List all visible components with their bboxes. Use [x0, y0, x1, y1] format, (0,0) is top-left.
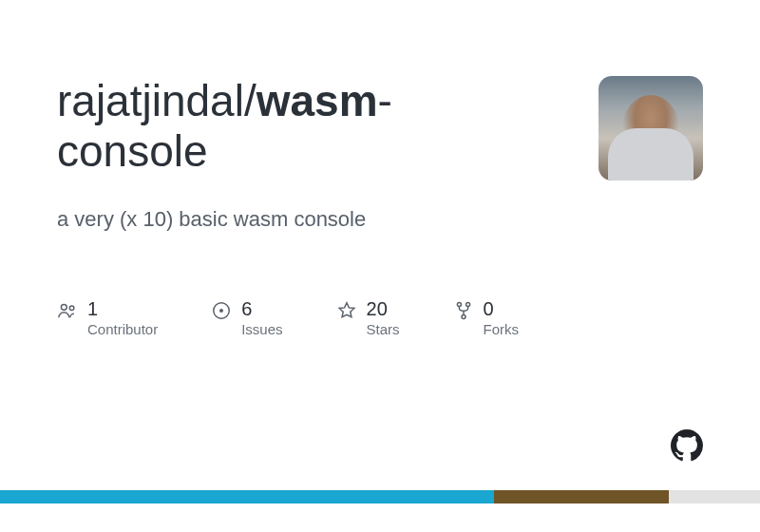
people-icon: [57, 300, 78, 321]
language-segment: [0, 490, 494, 504]
slash: /: [244, 76, 256, 125]
stat-text: 0 Forks: [484, 298, 520, 337]
stat-forks[interactable]: 0 Forks: [453, 298, 520, 337]
contributors-count: 1: [87, 298, 158, 319]
svg-point-4: [457, 303, 461, 307]
svg-point-1: [69, 306, 74, 311]
stat-contributors[interactable]: 1 Contributor: [57, 298, 158, 337]
stat-text: 20 Stars: [367, 298, 400, 337]
stars-label: Stars: [367, 321, 400, 337]
forks-count: 0: [484, 298, 520, 319]
repo-name-hyphen: -: [378, 76, 392, 125]
contributors-label: Contributor: [87, 321, 158, 337]
language-segment: [494, 490, 669, 504]
issues-label: Issues: [241, 321, 282, 337]
language-bar: [0, 490, 760, 504]
svg-point-0: [61, 304, 66, 310]
forks-label: Forks: [484, 321, 520, 337]
svg-point-3: [219, 309, 223, 313]
github-icon[interactable]: [671, 429, 703, 462]
svg-point-5: [466, 303, 469, 307]
header-row: rajatjindal/wasm-console: [57, 76, 703, 180]
stat-text: 1 Contributor: [87, 298, 158, 337]
svg-point-6: [462, 314, 466, 318]
issue-icon: [211, 300, 232, 321]
repo-name-rest: console: [57, 126, 208, 176]
issues-count: 6: [241, 298, 282, 319]
repo-description: a very (x 10) basic wasm console: [57, 207, 703, 232]
repo-card: rajatjindal/wasm-console a very (x 10) b…: [0, 0, 760, 337]
repo-name-bold: wasm: [256, 76, 378, 125]
star-icon: [336, 300, 357, 321]
stat-stars[interactable]: 20 Stars: [336, 298, 400, 337]
stats-row: 1 Contributor 6 Issues 20 Stars: [57, 298, 703, 337]
fork-icon: [453, 300, 474, 321]
stat-text: 6 Issues: [241, 298, 282, 337]
stat-issues[interactable]: 6 Issues: [211, 298, 282, 337]
avatar[interactable]: [598, 76, 703, 180]
stars-count: 20: [367, 298, 400, 319]
repo-title[interactable]: rajatjindal/wasm-console: [57, 76, 532, 177]
owner-name: rajatjindal: [57, 76, 244, 125]
language-segment: [669, 490, 760, 504]
